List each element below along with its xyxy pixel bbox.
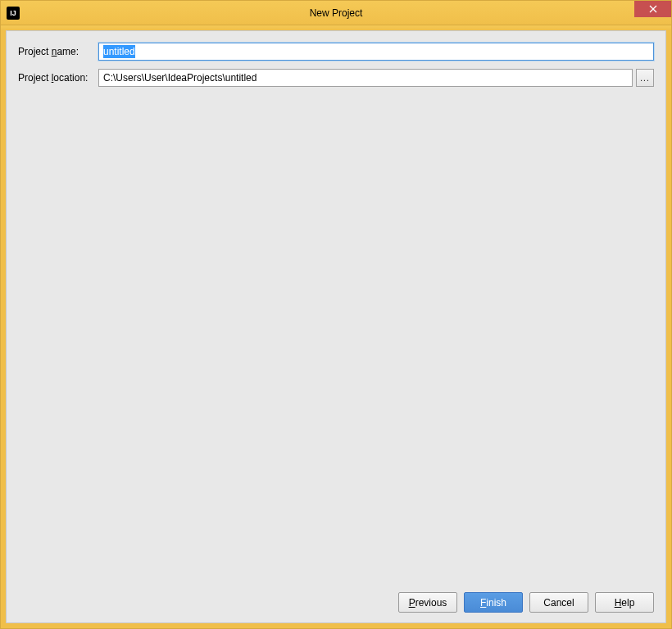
titlebar[interactable]: IJ New Project [1, 1, 671, 25]
close-icon [649, 5, 657, 13]
project-location-input[interactable] [98, 69, 633, 87]
project-name-label: Project name: [18, 46, 98, 57]
finish-button[interactable]: Finish [464, 592, 523, 613]
spacer [18, 95, 654, 584]
new-project-dialog: IJ New Project Project name: untitled Pr… [0, 0, 672, 629]
project-location-label: Project location: [18, 72, 98, 84]
close-button[interactable] [634, 1, 671, 17]
project-name-input[interactable]: untitled [98, 43, 654, 61]
project-name-row: Project name: untitled [18, 43, 654, 61]
browse-button[interactable]: ... [636, 69, 654, 87]
app-icon: IJ [7, 7, 20, 20]
button-bar: Previous Finish Cancel Help [18, 584, 654, 613]
window-title: New Project [310, 7, 363, 19]
help-button[interactable]: Help [595, 592, 654, 613]
cancel-button[interactable]: Cancel [529, 592, 588, 613]
content-wrapper: Project name: untitled Project location:… [1, 25, 671, 628]
previous-button[interactable]: Previous [398, 592, 457, 613]
content-panel: Project name: untitled Project location:… [6, 30, 666, 623]
project-location-row: Project location: ... [18, 69, 654, 87]
